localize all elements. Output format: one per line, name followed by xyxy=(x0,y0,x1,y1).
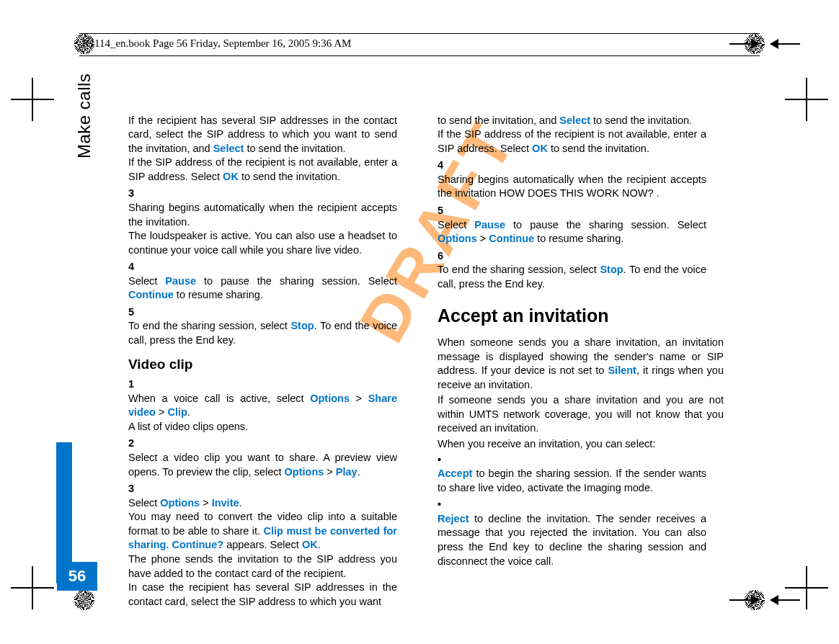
separator: > xyxy=(477,233,489,244)
ui-term: Invite xyxy=(212,497,239,509)
text: to begin the sharing session. If the sen… xyxy=(438,468,706,493)
header-rule xyxy=(79,55,760,56)
ui-term: Continue xyxy=(489,233,534,244)
text: Select xyxy=(438,219,474,231)
list-item: 5 To end the sharing session, select Sto… xyxy=(128,305,414,348)
header-rule xyxy=(79,33,760,34)
text: The loudspeaker is active. You can also … xyxy=(128,230,397,256)
list-item: 2 Select a video clip you want to share.… xyxy=(128,437,414,479)
text: In case the recipient has several SIP ad… xyxy=(128,581,397,607)
sidebar: Make calls xyxy=(56,79,99,583)
text: . xyxy=(239,497,242,509)
separator: > xyxy=(324,466,336,478)
text: When a voice call is active, select xyxy=(128,393,310,404)
paragraph: When you receive an invitation, you can … xyxy=(438,437,724,452)
text: . xyxy=(187,406,190,418)
step-number: 6 xyxy=(438,249,453,264)
ui-term: Pause xyxy=(165,275,196,287)
bullet-icon: • xyxy=(438,498,453,512)
text: The phone sends the invitation to the SI… xyxy=(128,553,397,579)
ui-term: Stop xyxy=(290,320,314,331)
heading-accept-invitation: Accept an invitation xyxy=(438,304,724,328)
ui-term: Select xyxy=(213,143,244,154)
ui-term: Options xyxy=(438,233,477,244)
step-number: 5 xyxy=(438,204,453,218)
text: A list of video clips opens. xyxy=(128,421,248,432)
registration-mark-icon xyxy=(74,590,94,610)
ui-term: OK xyxy=(302,539,318,550)
text: to send the invitation. xyxy=(239,171,340,182)
list-item: 5 Select Pause to pause the sharing sess… xyxy=(438,204,724,246)
text: To end the sharing session, select xyxy=(128,320,290,331)
bullet-item: • Reject to decline the invitation. The … xyxy=(438,498,724,568)
list-item: 3 Select Options > Invite. You may need … xyxy=(128,482,414,609)
ui-term: Silent xyxy=(608,365,636,376)
step-number: 5 xyxy=(128,305,144,320)
text: to send the invitation, and xyxy=(438,115,559,126)
page-number: 56 xyxy=(57,562,97,591)
step-number: 2 xyxy=(128,437,144,451)
list-item: 6 To end the sharing session, select Sto… xyxy=(438,249,724,292)
text: appears. Select xyxy=(223,539,302,550)
list-item: 1 When a voice call is active, select Op… xyxy=(128,377,414,434)
text: to send the invitation. xyxy=(590,115,692,126)
ui-term: Clip xyxy=(167,406,187,418)
page: R1114_en.book Page 56 Friday, September … xyxy=(0,0,839,644)
text: to resume sharing. xyxy=(534,233,623,244)
text: to resume sharing. xyxy=(174,289,263,300)
list-continuation: to send the invitation, and Select to se… xyxy=(438,99,724,156)
crop-arrow-icon xyxy=(729,26,765,62)
text: To end the sharing session, select xyxy=(438,264,600,275)
text: Select xyxy=(128,275,165,287)
bullet-icon: • xyxy=(438,453,453,468)
text: . xyxy=(318,539,321,550)
text: to decline the invitation. The sender re… xyxy=(438,513,706,567)
step-number: 4 xyxy=(438,158,453,173)
ui-term: Stop xyxy=(600,264,623,275)
text: . xyxy=(358,466,360,478)
ui-term: Play xyxy=(336,466,358,478)
crop-cross-icon xyxy=(785,78,828,121)
crop-cross-icon xyxy=(11,78,54,121)
list-item: 4 Sharing begins automatically when the … xyxy=(438,158,724,201)
separator: > xyxy=(156,406,168,418)
ui-term: Options xyxy=(285,466,324,478)
text: Sharing begins automatically when the re… xyxy=(438,173,706,201)
separator: > xyxy=(350,393,368,404)
ui-term: Options xyxy=(160,497,200,509)
ui-term: Reject xyxy=(438,513,469,524)
paragraph: If someone sends you a share invitation … xyxy=(438,393,724,436)
running-header: R1114_en.book Page 56 Friday, September … xyxy=(82,37,351,50)
bullet-item: • Accept to begin the sharing session. I… xyxy=(438,453,724,496)
ui-term: Pause xyxy=(474,219,505,231)
ui-term: Accept xyxy=(438,468,472,479)
crop-arrow-icon xyxy=(764,26,800,62)
step-number: 4 xyxy=(128,260,144,274)
text: to pause the sharing session. Select xyxy=(505,219,706,231)
list-item: 3 Sharing begins automatically when the … xyxy=(128,187,414,257)
step-number: 1 xyxy=(128,377,144,392)
text: to send the invitation. xyxy=(244,143,345,154)
crop-arrow-icon xyxy=(729,582,765,618)
ui-term: OK xyxy=(223,171,239,182)
crop-cross-icon xyxy=(11,566,54,609)
subheading-video-clip: Video clip xyxy=(128,355,414,374)
text: to send the invitation. xyxy=(548,143,649,154)
text: Select xyxy=(128,497,160,509)
body-content: If the recipient has several SIP address… xyxy=(128,99,724,579)
crop-cross-icon xyxy=(785,566,828,609)
section-label: Make calls xyxy=(74,73,94,158)
ui-term: Continue xyxy=(128,289,174,300)
step-number: 3 xyxy=(128,482,144,496)
ui-term: Options xyxy=(310,393,350,404)
list-item: 4 Select Pause to pause the sharing sess… xyxy=(128,260,414,303)
ui-term: Select xyxy=(559,115,590,126)
list-continuation: If the recipient has several SIP address… xyxy=(128,99,414,184)
step-number: 3 xyxy=(128,187,144,201)
text: to pause the sharing session. Select xyxy=(196,275,397,287)
text: Sharing begins automatically when the re… xyxy=(128,202,397,228)
paragraph: When someone sends you a share invitatio… xyxy=(438,336,724,392)
separator: > xyxy=(200,497,212,509)
ui-term: OK xyxy=(532,143,548,154)
